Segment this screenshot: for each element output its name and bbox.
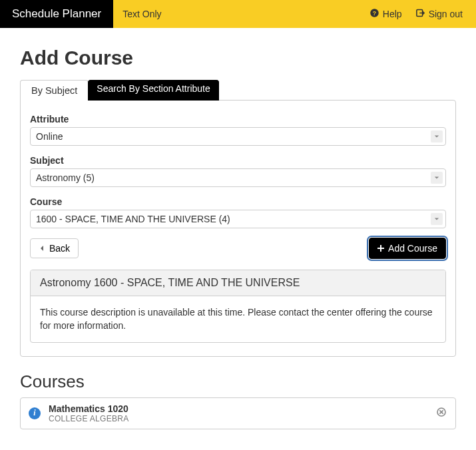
add-course-label: Add Course: [388, 243, 437, 254]
back-label: Back: [49, 243, 70, 254]
course-select[interactable]: 1600 - SPACE, TIME AND THE UNIVERSE (4): [30, 210, 446, 228]
subject-label: Subject: [30, 155, 446, 166]
course-list-item: i Mathematics 1020 COLLEGE ALGEBRA: [20, 397, 456, 429]
attribute-value: Online: [36, 131, 63, 142]
search-panel: Attribute Online Subject Astronomy (5) C…: [20, 100, 456, 357]
tab-by-attribute[interactable]: Search By Section Attribute: [88, 80, 218, 101]
course-label: Course: [30, 196, 446, 207]
course-item-title: Mathematics 1020: [49, 403, 427, 414]
info-icon[interactable]: i: [29, 407, 41, 419]
tab-by-subject[interactable]: By Subject: [20, 80, 89, 101]
close-circle-icon: [436, 407, 447, 419]
chevron-left-icon: [39, 243, 45, 254]
tab-bar: By Subject Search By Section Attribute: [20, 80, 456, 101]
help-link[interactable]: ? Help: [369, 8, 402, 20]
plus-icon: [377, 243, 384, 254]
svg-text:?: ?: [373, 10, 376, 17]
sign-out-link[interactable]: Sign out: [415, 8, 463, 20]
courses-heading: Courses: [20, 371, 456, 392]
remove-course-button[interactable]: [435, 407, 447, 419]
course-detail-box: Astronomy 1600 - SPACE, TIME AND THE UNI…: [30, 270, 446, 343]
subject-value: Astronomy (5): [36, 172, 95, 183]
help-label: Help: [383, 9, 402, 19]
help-icon: ?: [369, 8, 379, 20]
sign-out-label: Sign out: [429, 9, 463, 19]
chevron-down-icon: [431, 172, 443, 184]
course-item-subtitle: COLLEGE ALGEBRA: [49, 414, 427, 423]
sign-out-icon: [415, 8, 425, 20]
chevron-down-icon: [431, 213, 443, 225]
course-detail-description: This course description is unavailable a…: [31, 296, 445, 342]
app-brand[interactable]: Schedule Planner: [0, 0, 113, 28]
attribute-select[interactable]: Online: [30, 127, 446, 146]
back-button[interactable]: Back: [30, 238, 79, 258]
attribute-label: Attribute: [30, 114, 446, 124]
course-value: 1600 - SPACE, TIME AND THE UNIVERSE (4): [36, 214, 230, 224]
text-only-link[interactable]: Text Only: [113, 0, 170, 28]
top-bar: Schedule Planner Text Only ? Help Sign o…: [0, 0, 476, 28]
course-detail-title: Astronomy 1600 - SPACE, TIME AND THE UNI…: [31, 270, 445, 296]
chevron-down-icon: [431, 130, 443, 142]
add-course-button[interactable]: Add Course: [369, 238, 446, 259]
subject-select[interactable]: Astronomy (5): [30, 168, 446, 187]
page-title: Add Course: [20, 47, 456, 69]
